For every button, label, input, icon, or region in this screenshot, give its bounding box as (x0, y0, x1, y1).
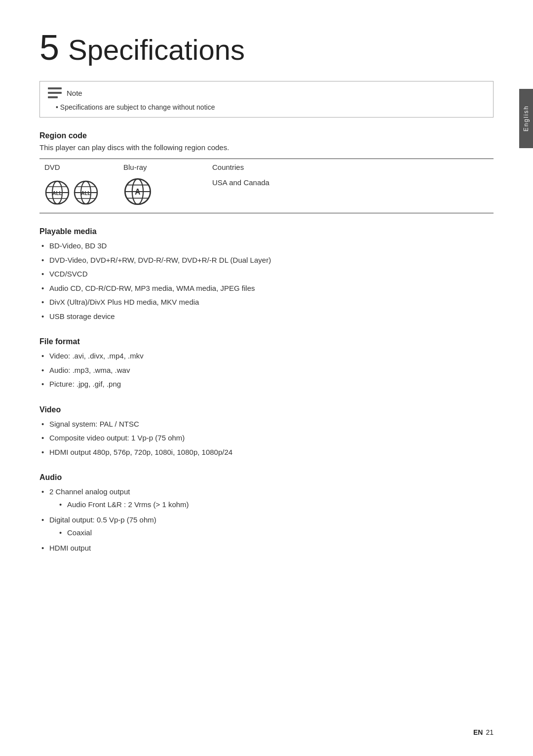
note-item-0: Specifications are subject to change wit… (48, 103, 485, 111)
audio-sub-list-0: Audio Front L&R : 2 Vrms (> 1 kohm) (49, 498, 494, 512)
list-item: VCD/SVCD (39, 267, 494, 281)
chapter-heading: 5 Specifications (39, 30, 494, 65)
list-item: HDMI output (39, 541, 494, 556)
list-item: Signal system: PAL / NTSC (39, 417, 494, 432)
svg-text:ALL: ALL (52, 191, 62, 196)
video-list: Signal system: PAL / NTSC Composite vide… (39, 417, 494, 460)
file-format-section: File format Video: .avi, .divx, .mp4, .m… (39, 337, 494, 392)
video-heading: Video (39, 405, 494, 414)
chapter-title: Specifications (68, 36, 245, 64)
region-code-section: Region code This player can play discs w… (39, 131, 494, 213)
region-code-desc: This player can play discs with the foll… (39, 143, 494, 152)
list-item: Audio: .mp3, .wma, .wav (39, 363, 494, 378)
footer-en-label: EN (473, 728, 483, 736)
dvd-globes: ALL ALL (44, 180, 114, 205)
audio-list: 2 Channel analog output Audio Front L&R … (39, 485, 494, 556)
dvd-globe-all-icon: ALL (44, 180, 70, 205)
list-item: DivX (Ultra)/DivX Plus HD media, MKV med… (39, 295, 494, 310)
page-footer: EN 21 (473, 728, 494, 736)
list-item: DVD-Video, DVD+R/+RW, DVD-R/-RW, DVD+R/-… (39, 253, 494, 268)
table-header-countries: Countries (207, 159, 494, 175)
svg-text:ALL: ALL (81, 191, 90, 196)
audio-item-0: 2 Channel analog output (49, 487, 130, 496)
note-box: Note Specifications are subject to chang… (39, 81, 494, 118)
footer-page-number: 21 (486, 728, 494, 736)
list-item: 2 Channel analog output Audio Front L&R … (39, 485, 494, 513)
file-format-list: Video: .avi, .divx, .mp4, .mkv Audio: .m… (39, 349, 494, 392)
list-item: Video: .avi, .divx, .mp4, .mkv (39, 349, 494, 363)
bluray-globe-a-icon: A (123, 177, 152, 206)
video-section: Video Signal system: PAL / NTSC Composit… (39, 405, 494, 460)
chapter-number: 5 (39, 30, 59, 65)
svg-text:A: A (135, 188, 140, 196)
file-format-heading: File format (39, 337, 494, 346)
audio-heading: Audio (39, 473, 494, 482)
audio-section: Audio 2 Channel analog output Audio Fron… (39, 473, 494, 556)
list-item: Picture: .jpg, .gif, .png (39, 377, 494, 392)
note-label: Note (67, 89, 82, 97)
list-item: Coaxial (49, 526, 494, 540)
region-code-table: DVD Blu-ray Countries (39, 159, 494, 213)
list-item: Audio Front L&R : 2 Vrms (> 1 kohm) (49, 498, 494, 512)
list-item: BD-Video, BD 3D (39, 239, 494, 253)
table-header-bluray: Blu-ray (118, 159, 207, 175)
list-item: Audio CD, CD-R/CD-RW, MP3 media, WMA med… (39, 281, 494, 296)
table-header-dvd: DVD (39, 159, 118, 175)
side-tab: English (519, 89, 533, 148)
side-tab-label: English (523, 105, 530, 131)
page-container: English 5 Specifications Note Specificat… (0, 0, 533, 756)
dvd-globe-all-icon-2: ALL (73, 180, 99, 205)
list-item: HDMI output 480p, 576p, 720p, 1080i, 108… (39, 445, 494, 460)
playable-media-section: Playable media BD-Video, BD 3D DVD-Video… (39, 227, 494, 323)
playable-media-heading: Playable media (39, 227, 494, 236)
dvd-globe-cell: ALL ALL (39, 174, 118, 213)
audio-item-1: Digital output: 0.5 Vp-p (75 ohm) (49, 516, 156, 524)
list-item: USB storage device (39, 310, 494, 324)
note-icon (48, 87, 62, 98)
playable-media-list: BD-Video, BD 3D DVD-Video, DVD+R/+RW, DV… (39, 239, 494, 323)
note-header: Note (48, 87, 485, 98)
list-item: Composite video output: 1 Vp-p (75 ohm) (39, 431, 494, 445)
countries-cell: USA and Canada (207, 174, 494, 213)
audio-sub-list-1: Coaxial (49, 526, 494, 540)
list-item: Digital output: 0.5 Vp-p (75 ohm) Coaxia… (39, 513, 494, 541)
region-code-heading: Region code (39, 131, 494, 140)
bluray-globe-cell: A (118, 174, 207, 213)
